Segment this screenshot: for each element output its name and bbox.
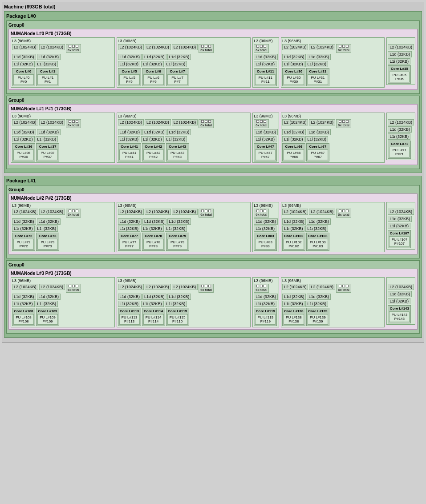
package-1: Package L#1 Group0 NUMANode L#2 P#2 (173… xyxy=(4,176,422,338)
group0-pkg0: Group0 NUMANode L#0 P#0 (173GB) L3 (96MB… xyxy=(6,20,420,94)
l1d-box: L1d (32KB) xyxy=(167,54,191,60)
more-box: 6x total xyxy=(199,44,214,53)
core-box: Core L#1 PU L#1P#1 xyxy=(36,68,59,86)
l2-box: L2 (1024KB) xyxy=(309,44,335,50)
package-0: Package L#0 Group0 NUMANode L#0 P#0 (173… xyxy=(4,11,422,173)
machine-box: Machine (693GB total) Package L#0 Group0… xyxy=(2,2,424,343)
more-box: 6x total xyxy=(336,44,351,53)
l1i-box: L1i (32KB) xyxy=(165,61,187,67)
l1i-box: L1i (32KB) xyxy=(254,61,276,67)
l1i-box: L1i (32KB) xyxy=(141,61,164,67)
group0-pkg1-2-title: Group0 xyxy=(8,262,418,267)
l2-box: L2 (1024KB) xyxy=(118,44,144,50)
core-box: Core L#7 PU L#7P#7 xyxy=(166,68,189,86)
core-box: Core L#31 PU L#31P#31 xyxy=(306,68,329,86)
l1d-box: L1d (32KB) xyxy=(37,54,61,60)
l2-box: L2 (1024KB) xyxy=(282,44,308,50)
numa-3-title: NUMANode L#3 P#3 (173GB) xyxy=(11,271,415,276)
core-box: Core L#11 PU L#11P#11 xyxy=(254,68,277,86)
machine-title: Machine (693GB total) xyxy=(4,4,422,9)
l1d-box: L1d (32KB) xyxy=(142,54,166,60)
l3-0-0-label: L3 (96MB) xyxy=(12,39,114,43)
l1i-box: L1i (32KB) xyxy=(282,61,305,67)
group0-pkg0-title: Group0 xyxy=(8,23,418,28)
l1d-box: L1d (32KB) xyxy=(118,54,142,60)
group0-pkg1-2: Group0 NUMANode L#3 P#3 (173GB) L3 (96MB… xyxy=(6,260,420,334)
l1d-box: L1d (32KB) xyxy=(282,54,306,60)
l1i-box: L1i (32KB) xyxy=(118,61,141,67)
l1d-box: L1d (32KB) xyxy=(307,54,331,60)
l1d-box: L1d (32KB) xyxy=(254,54,278,60)
l1d-box: L1d (32KB) xyxy=(12,54,36,60)
core-box: Core L#0 PU L#0P#0 xyxy=(12,68,35,86)
l1i-box: L1i (32KB) xyxy=(36,61,58,67)
package-1-title: Package L#1 xyxy=(6,178,420,183)
numa-0: NUMANode L#0 P#0 (173GB) L3 (96MB) L2 (1… xyxy=(8,29,418,90)
l2-box: L2 (1024KB) xyxy=(145,44,171,50)
l2-box: L2 (1024KB) xyxy=(39,44,65,50)
numa-1-title: NUMANode L#1 P#1 (173GB) xyxy=(11,106,415,111)
l2-box: L2 (1024KB) xyxy=(388,44,414,50)
l3-0-2-label: L3 (96MB) xyxy=(254,39,278,43)
l2-box: L2 (1024KB) xyxy=(172,44,198,50)
numa-0-title: NUMANode L#0 P#0 (173GB) xyxy=(11,31,415,36)
core-box: Core L#35 PU L#35P#35 xyxy=(388,65,411,84)
l3-0-1-label: L3 (96MB) xyxy=(118,39,250,43)
more-box: 6x total xyxy=(66,44,81,53)
group0-pkg1: Group0 NUMANode L#2 P#2 (173GB) L3 (96MB… xyxy=(6,185,420,258)
package-0-title: Package L#0 xyxy=(6,13,420,19)
core-box: Core L#30 PU L#30P#30 xyxy=(282,68,305,86)
group0-pkg0-2: Group0 NUMANode L#1 P#1 (173GB) L3 (96MB… xyxy=(6,96,420,169)
numa-2-title: NUMANode L#2 P#2 (173GB) xyxy=(11,196,415,201)
numa-1: NUMANode L#1 P#1 (173GB) L3 (96MB) L2 (1… xyxy=(8,104,418,165)
group0-pkg1-title: Group0 xyxy=(8,187,418,192)
l1i-box: L1i (32KB) xyxy=(12,61,35,67)
core-box: Core L#6 PU L#6P#6 xyxy=(142,68,165,86)
l3-0-3-label: L3 (96MB) xyxy=(282,39,384,43)
l1d-box: L1d (32KB) xyxy=(388,51,412,57)
l2-box: L2 (1024KB) xyxy=(12,44,38,50)
l1i-box: L1i (32KB) xyxy=(305,61,328,67)
more-box: 6x total xyxy=(254,44,269,53)
l1i-box: L1i (32KB) xyxy=(388,58,410,65)
numa-3: NUMANode L#3 P#3 (173GB) L3 (96MB) L2 (1… xyxy=(8,269,418,330)
core-box: Core L#5 PU L#5P#5 xyxy=(118,68,141,86)
numa-2: NUMANode L#2 P#2 (173GB) L3 (96MB) L2 (1… xyxy=(8,194,418,254)
group0-pkg0-2-title: Group0 xyxy=(8,98,418,103)
